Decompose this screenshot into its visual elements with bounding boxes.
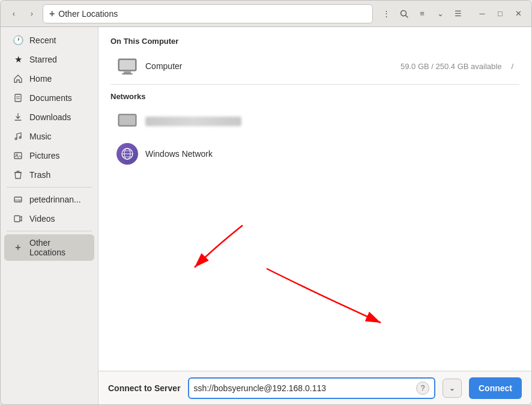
svg-point-7 <box>19 137 21 139</box>
svg-rect-2 <box>15 94 21 102</box>
sidebar-item-petedrinnan[interactable]: petedrinnan... <box>4 190 94 209</box>
minimize-button[interactable]: ─ <box>474 5 491 22</box>
svg-rect-22 <box>119 115 135 125</box>
documents-icon <box>13 93 23 103</box>
main-content: 🕐 Recent ★ Starred Home <box>1 27 531 404</box>
recent-icon: 🕐 <box>13 35 23 46</box>
windows-network-name: Windows Network <box>145 149 213 159</box>
sidebar-item-recent[interactable]: 🕐 Recent <box>4 31 94 49</box>
computer-item[interactable]: Computer 59.0 GB / 250.4 GB available / <box>110 50 519 82</box>
sidebar-item-label: Recent <box>29 35 56 45</box>
connect-button[interactable]: Connect <box>469 377 522 399</box>
sidebar-item-label: Videos <box>29 214 55 224</box>
computer-storage: 59.0 GB / 250.4 GB available <box>401 62 501 71</box>
connect-to-server-bar: Connect to Server ? ⌄ Connect <box>98 371 531 404</box>
videos-icon <box>13 213 23 224</box>
connect-label: Connect to Server <box>108 383 181 393</box>
sidebar-item-music[interactable]: Music <box>4 127 94 145</box>
networks-heading: Networks <box>110 92 519 101</box>
close-button[interactable]: ✕ <box>510 5 527 22</box>
svg-line-1 <box>406 15 408 17</box>
sidebar-item-label: petedrinnan... <box>29 195 81 204</box>
sidebar-divider-2 <box>7 231 92 231</box>
separator <box>110 84 519 85</box>
titlebar-actions: ⋮ ≡ ⌄ ☰ <box>378 5 467 22</box>
windows-network-item[interactable]: Windows Network <box>110 138 519 169</box>
view-options-button[interactable]: ⌄ <box>432 5 449 22</box>
other-locations-icon: + <box>13 242 23 253</box>
help-button[interactable]: ? <box>416 382 429 395</box>
sidebar-item-label: Pictures <box>29 151 60 160</box>
menu-button[interactable]: ⋮ <box>378 5 394 22</box>
sidebar-item-starred[interactable]: ★ Starred <box>4 50 94 69</box>
drive-icon <box>13 194 23 205</box>
svg-point-13 <box>19 201 20 202</box>
search-button[interactable] <box>396 5 413 22</box>
sidebar-item-label: Music <box>29 132 52 141</box>
back-button[interactable]: ‹ <box>5 5 22 22</box>
file-manager-window: ‹ › + Other Locations ⋮ ≡ ⌄ ☰ ─ □ ✕ <box>0 0 532 405</box>
annotation-arrow-2 <box>219 263 387 335</box>
blurred-icon <box>116 111 138 132</box>
networks-section: Networks <box>110 92 519 169</box>
computer-name: Computer <box>145 61 182 71</box>
sidebar-divider <box>7 187 92 187</box>
starred-icon: ★ <box>13 54 23 65</box>
sidebar-item-trash[interactable]: Trash <box>4 166 94 184</box>
content-area: On This Computer Computer <box>98 27 531 404</box>
home-icon <box>13 73 23 84</box>
sidebar-item-other-locations[interactable]: + Other Locations <box>4 234 94 261</box>
list-view-button[interactable]: ≡ <box>414 5 431 22</box>
on-this-computer-heading: On This Computer <box>110 37 519 46</box>
svg-rect-11 <box>14 197 22 202</box>
sidebar-item-home[interactable]: Home <box>4 70 94 88</box>
trash-icon <box>13 169 23 180</box>
window-controls: ─ □ ✕ <box>474 5 527 22</box>
svg-rect-18 <box>119 60 135 70</box>
sidebar: 🕐 Recent ★ Starred Home <box>1 27 98 404</box>
content-scroll: On This Computer Computer <box>98 27 531 180</box>
music-icon <box>13 131 23 142</box>
sidebar-item-label: Downloads <box>29 112 71 122</box>
svg-rect-19 <box>124 72 131 73</box>
sidebar-item-label: Documents <box>29 93 72 103</box>
server-input-wrap[interactable]: ? <box>188 377 435 399</box>
maximize-button[interactable]: □ <box>492 5 509 22</box>
pictures-icon <box>13 150 23 161</box>
hamburger-button[interactable]: ☰ <box>450 5 467 22</box>
sidebar-item-label: Trash <box>29 170 50 180</box>
dropdown-button[interactable]: ⌄ <box>443 379 462 398</box>
sidebar-item-label: Starred <box>29 55 57 64</box>
svg-rect-14 <box>14 216 20 222</box>
svg-rect-20 <box>122 73 133 75</box>
sidebar-item-documents[interactable]: Documents <box>4 89 94 107</box>
sidebar-item-label: Home <box>29 74 52 84</box>
computer-path: / <box>511 62 513 71</box>
content-with-arrows: On This Computer Computer <box>98 27 531 371</box>
address-bar[interactable]: + Other Locations <box>43 4 373 23</box>
new-tab-icon: + <box>49 8 55 19</box>
server-input[interactable] <box>194 383 414 393</box>
sidebar-item-downloads[interactable]: Downloads <box>4 108 94 126</box>
windows-network-icon <box>116 143 138 165</box>
computer-row: Computer 59.0 GB / 250.4 GB available / <box>145 61 513 71</box>
titlebar: ‹ › + Other Locations ⋮ ≡ ⌄ ☰ ─ □ ✕ <box>1 1 531 27</box>
nav-buttons: ‹ › <box>5 5 40 22</box>
sidebar-item-videos[interactable]: Videos <box>4 210 94 228</box>
sidebar-item-pictures[interactable]: Pictures <box>4 147 94 165</box>
sidebar-item-label: Other Locations <box>29 238 86 257</box>
computer-icon <box>116 55 138 77</box>
annotation-arrow-1 <box>98 213 255 291</box>
downloads-icon <box>13 112 23 123</box>
blurred-network-name <box>145 117 241 126</box>
blurred-network-item[interactable] <box>110 106 519 137</box>
forward-button[interactable]: › <box>23 5 40 22</box>
svg-point-6 <box>15 138 17 140</box>
search-icon <box>400 10 408 18</box>
address-text: Other Locations <box>58 9 118 19</box>
